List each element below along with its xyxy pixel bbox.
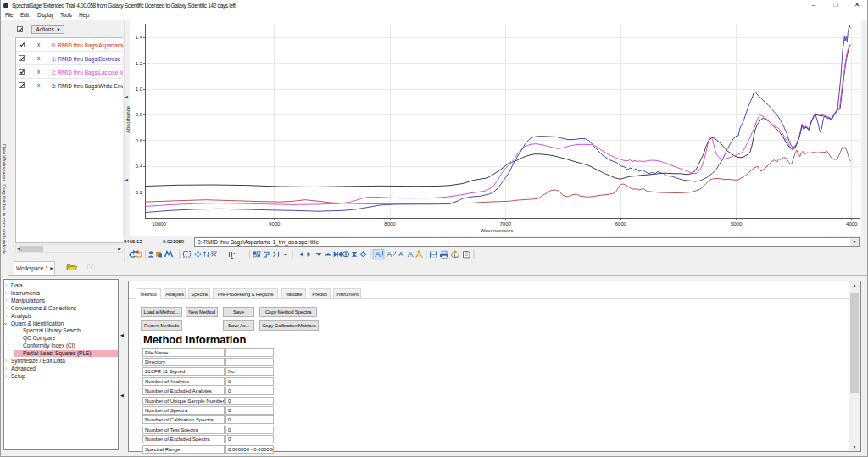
svg-text:6000: 6000 bbox=[615, 221, 627, 226]
svg-text:8000: 8000 bbox=[384, 221, 396, 226]
svg-text:9000: 9000 bbox=[269, 221, 281, 226]
svg-text:7000: 7000 bbox=[500, 221, 512, 226]
svg-text:A: A bbox=[387, 251, 393, 259]
svg-text:0.2: 0.2 bbox=[136, 190, 143, 195]
svg-text:10000: 10000 bbox=[152, 221, 166, 226]
svg-text:A: A bbox=[408, 251, 415, 259]
svg-text:4000: 4000 bbox=[846, 221, 858, 226]
svg-text:A: A bbox=[375, 251, 381, 259]
svg-text:1.2: 1.2 bbox=[136, 61, 143, 66]
svg-text:1.0: 1.0 bbox=[136, 86, 143, 92]
svg-text:Wavenumbers: Wavenumbers bbox=[481, 228, 513, 233]
svg-text:5000: 5000 bbox=[731, 221, 743, 226]
svg-text:0.6: 0.6 bbox=[136, 138, 143, 143]
svg-text:0.8: 0.8 bbox=[136, 112, 143, 117]
svg-text:A: A bbox=[398, 251, 403, 258]
svg-text:1.4: 1.4 bbox=[136, 35, 143, 40]
svg-text:0.4: 0.4 bbox=[136, 164, 143, 169]
